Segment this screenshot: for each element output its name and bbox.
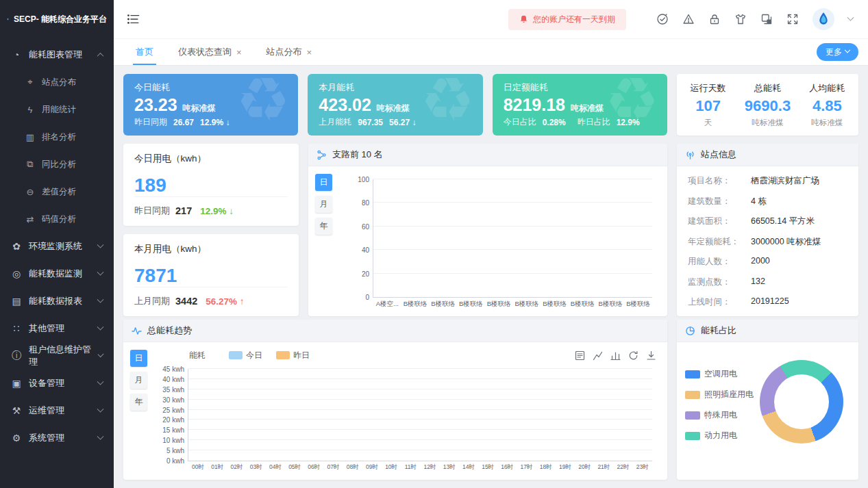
x-axis-label: 13时 [440, 463, 459, 472]
toggle-日[interactable]: 日 [315, 174, 332, 191]
tab-close-icon[interactable]: × [236, 48, 242, 57]
sidebar-subitem-label: 用能统计 [42, 104, 76, 116]
toggle-日[interactable]: 日 [130, 350, 147, 367]
sidebar-item[interactable]: ∷其他管理 [0, 315, 114, 342]
bell-icon [519, 14, 528, 24]
site-info-row: 项目名称：栖霞湖滨财富广场 [688, 175, 847, 187]
pie-legend-item-照明插座用电[interactable]: 照明插座用电 [685, 389, 760, 400]
legend-swatch [685, 432, 700, 440]
legend-item-今日[interactable]: 今日 [229, 350, 262, 361]
chevron-down-icon [97, 433, 104, 439]
grid-icon: ∷ [11, 323, 22, 334]
legend-item-昨日[interactable]: 昨日 [276, 350, 310, 361]
x-axis-label: 04时 [266, 463, 285, 472]
sidebar-subitem-label: 同比分析 [42, 159, 76, 170]
toggle-年[interactable]: 年 [315, 218, 332, 235]
x-axis-label: 10时 [382, 463, 401, 472]
toggle-月[interactable]: 月 [315, 196, 332, 213]
card-sub-value: 12.9% [617, 118, 640, 127]
chevron-up-icon [97, 52, 104, 59]
theme-tshirt-icon[interactable] [734, 13, 747, 25]
site-info-value: 4 栋 [751, 196, 767, 207]
sidebar-item[interactable]: ◎能耗数据监测 [0, 260, 114, 287]
x-axis-label: B楼联络 [457, 300, 485, 309]
down-arrow-icon: ↓ [229, 206, 234, 216]
sidebar-item[interactable]: ⓘ租户信息维护管理 [0, 342, 114, 370]
toolbox-refresh-icon[interactable] [628, 350, 638, 361]
card-title: 本月能耗 [319, 81, 471, 94]
sidebar-item[interactable]: ⚒运维管理 [0, 397, 114, 424]
sidebar-item-label: 能耗数据报表 [29, 295, 82, 307]
legend-label: 照明插座用电 [704, 389, 754, 400]
more-button[interactable]: 更多 [817, 43, 858, 61]
chevron-down-icon [845, 47, 850, 53]
tab-首页[interactable]: 首页 [123, 39, 166, 65]
sidebar-item[interactable]: ⚙系统管理 [0, 424, 114, 452]
site-info-row: 年定额能耗：3000000 吨标准煤 [688, 236, 847, 248]
panel-title: 站点信息 [701, 149, 736, 161]
panel-header: 总能耗趋势 [123, 320, 667, 342]
tab-站点分布[interactable]: 站点分布× [254, 39, 325, 65]
sidebar-subitem[interactable]: ⇄码值分析 [0, 205, 114, 233]
toolbox-dataview-icon[interactable] [575, 350, 585, 361]
pie-legend-item-空调用电[interactable]: 空调用电 [685, 368, 760, 380]
sidebar-subitem[interactable]: ϟ用能统计 [0, 96, 114, 123]
sidebar-item[interactable]: ▤能耗数据报表 [0, 287, 114, 315]
sidebar-subitem[interactable]: ⌖站点分布 [0, 68, 114, 96]
notice-text: 您的账户还有一天到期 [533, 14, 615, 25]
toolbox-bar-chart-icon[interactable] [610, 350, 621, 361]
chevron-down-icon[interactable] [847, 14, 854, 21]
x-axis-label: 08时 [343, 463, 362, 472]
clipboard-check-icon[interactable] [656, 13, 669, 25]
warning-icon[interactable] [682, 13, 695, 25]
legend-swatch [685, 411, 700, 420]
legend-swatch [685, 370, 700, 378]
swap-icon: ⇄ [25, 214, 36, 224]
sidebar-subitem-label: 站点分布 [42, 77, 76, 88]
account-expiry-notice[interactable]: 您的账户还有一天到期 [508, 9, 626, 30]
site-info-list: 项目名称：栖霞湖滨财富广场建筑数量：4 栋建筑面积：66505.14 平方米年定… [677, 166, 858, 316]
pie-legend-item-特殊用电[interactable]: 特殊用电 [685, 409, 760, 421]
sidebar: SECP- 能耗综合业务平台 ◔能耗图表管理⌖站点分布ϟ用能统计▥排名分析⧉同比… [0, 0, 114, 488]
branch-icon [317, 150, 327, 160]
user-avatar[interactable] [813, 8, 834, 30]
site-info-row: 监测点数：132 [688, 277, 847, 288]
copy-pages-icon[interactable] [760, 13, 773, 25]
sidebar-item[interactable]: ▣设备管理 [0, 370, 114, 397]
sidebar-item-label: 租户信息维护管理 [29, 344, 92, 368]
panel-header: 能耗占比 [677, 320, 858, 342]
sidebar-subitem[interactable]: ⊖差值分析 [0, 178, 114, 205]
sidebar-subitem[interactable]: ▥排名分析 [0, 123, 114, 151]
chevron-down-icon [97, 378, 104, 385]
percent-change: 56.27% ↑ [206, 296, 244, 307]
fullscreen-icon[interactable] [786, 13, 799, 25]
x-axis-label: 22时 [613, 463, 632, 472]
x-axis-label: 14时 [459, 463, 478, 472]
antenna-icon [685, 150, 695, 160]
gear-icon: ⚙ [11, 433, 22, 444]
toolbox-line-chart-icon[interactable] [593, 350, 603, 361]
legend-label: 空调用电 [704, 368, 737, 380]
sidebar-item[interactable]: ◔能耗图表管理 [0, 41, 114, 68]
sidebar-item-label: 环境监测系统 [29, 240, 82, 253]
tab-仪表状态查询[interactable]: 仪表状态查询× [166, 39, 254, 65]
running-days-stat: 运行天数 107 天 [691, 82, 726, 128]
bar-rank-icon: ▥ [25, 132, 36, 142]
toggle-月[interactable]: 月 [130, 372, 147, 389]
y-axis-name: 能耗 [189, 350, 206, 361]
sidebar-subitem[interactable]: ⧉同比分析 [0, 151, 114, 178]
x-axis-label: B楼联络 [513, 300, 541, 309]
pie-legend-item-动力用电[interactable]: 动力用电 [685, 430, 760, 441]
site-info-value: 20191225 [751, 296, 789, 308]
toolbox-download-icon[interactable] [646, 350, 656, 361]
collapse-menu-icon[interactable] [127, 13, 140, 25]
site-info-label: 建筑面积： [688, 216, 751, 227]
toggle-年[interactable]: 年 [130, 394, 147, 411]
sidebar-item[interactable]: ✿环境监测系统 [0, 233, 114, 260]
x-axis-label: 09时 [362, 463, 382, 472]
chevron-down-icon [97, 405, 104, 412]
lock-icon[interactable] [708, 13, 721, 25]
pie-legend: 空调用电照明插座用电特殊用电动力用电 [685, 360, 760, 474]
tab-close-icon[interactable]: × [307, 48, 312, 57]
legend-label: 今日 [246, 350, 262, 361]
